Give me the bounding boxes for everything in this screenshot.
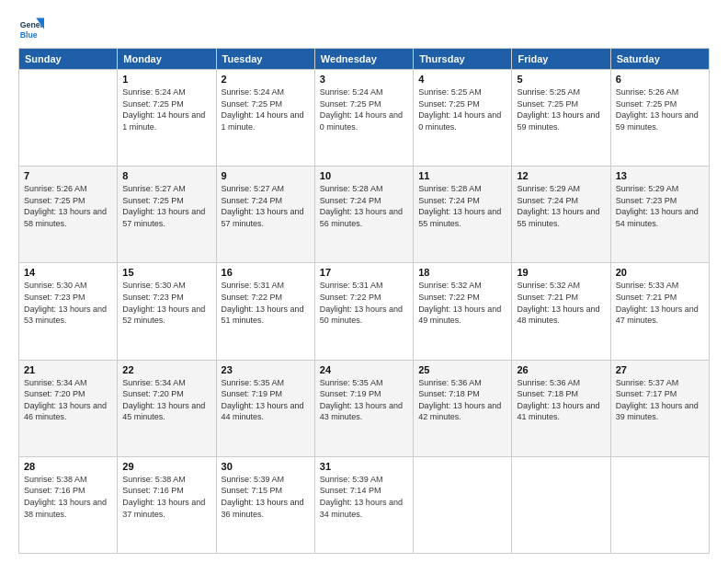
day-number: 26: [517, 364, 605, 375]
calendar-cell: 11Sunrise: 5:28 AMSunset: 7:24 PMDayligh…: [414, 167, 512, 263]
calendar-cell: 17Sunrise: 5:31 AMSunset: 7:22 PMDayligh…: [314, 263, 413, 360]
calendar-cell: 9Sunrise: 5:27 AMSunset: 7:24 PMDaylight…: [216, 167, 314, 263]
weekday-header-tuesday: Tuesday: [216, 49, 314, 70]
calendar-cell: 10Sunrise: 5:28 AMSunset: 7:24 PMDayligh…: [314, 167, 413, 263]
cell-info: Sunrise: 5:25 AMSunset: 7:25 PMDaylight:…: [517, 86, 605, 132]
week-row-5: 28Sunrise: 5:38 AMSunset: 7:16 PMDayligh…: [19, 456, 710, 553]
cell-info: Sunrise: 5:38 AMSunset: 7:16 PMDaylight:…: [24, 474, 112, 520]
calendar-cell: [19, 70, 118, 167]
calendar-cell: [414, 456, 512, 553]
cell-info: Sunrise: 5:39 AMSunset: 7:15 PMDaylight:…: [222, 474, 310, 520]
week-row-1: 1Sunrise: 5:24 AMSunset: 7:25 PMDaylight…: [19, 70, 710, 167]
cell-info: Sunrise: 5:38 AMSunset: 7:16 PMDaylight:…: [122, 474, 210, 520]
day-number: 24: [320, 364, 408, 375]
day-number: 18: [418, 267, 506, 278]
calendar-cell: 6Sunrise: 5:26 AMSunset: 7:25 PMDaylight…: [610, 70, 709, 167]
cell-info: Sunrise: 5:32 AMSunset: 7:21 PMDaylight:…: [517, 280, 605, 326]
logo: General Blue: [18, 15, 48, 40]
day-number: 2: [222, 74, 310, 85]
cell-info: Sunrise: 5:34 AMSunset: 7:20 PMDaylight:…: [24, 377, 112, 423]
day-number: 23: [222, 364, 310, 375]
cell-info: Sunrise: 5:39 AMSunset: 7:14 PMDaylight:…: [320, 474, 408, 520]
cell-info: Sunrise: 5:29 AMSunset: 7:24 PMDaylight:…: [517, 183, 605, 229]
day-number: 9: [222, 170, 310, 181]
calendar-cell: 19Sunrise: 5:32 AMSunset: 7:21 PMDayligh…: [512, 263, 610, 360]
header: General Blue: [18, 15, 710, 40]
calendar-table: SundayMondayTuesdayWednesdayThursdayFrid…: [18, 48, 710, 554]
cell-info: Sunrise: 5:36 AMSunset: 7:18 PMDaylight:…: [517, 377, 605, 423]
calendar-cell: 3Sunrise: 5:24 AMSunset: 7:25 PMDaylight…: [314, 70, 413, 167]
weekday-header-saturday: Saturday: [610, 49, 709, 70]
calendar-cell: 12Sunrise: 5:29 AMSunset: 7:24 PMDayligh…: [512, 167, 610, 263]
day-number: 27: [616, 364, 704, 375]
calendar-cell: 30Sunrise: 5:39 AMSunset: 7:15 PMDayligh…: [216, 456, 314, 553]
cell-info: Sunrise: 5:24 AMSunset: 7:25 PMDaylight:…: [122, 86, 210, 132]
calendar-cell: 21Sunrise: 5:34 AMSunset: 7:20 PMDayligh…: [19, 360, 118, 456]
weekday-header-row: SundayMondayTuesdayWednesdayThursdayFrid…: [19, 49, 710, 70]
calendar-cell: 18Sunrise: 5:32 AMSunset: 7:22 PMDayligh…: [414, 263, 512, 360]
day-number: 4: [418, 74, 506, 85]
week-row-2: 7Sunrise: 5:26 AMSunset: 7:25 PMDaylight…: [19, 167, 710, 263]
cell-info: Sunrise: 5:28 AMSunset: 7:24 PMDaylight:…: [418, 183, 506, 229]
day-number: 22: [122, 364, 210, 375]
day-number: 19: [517, 267, 605, 278]
cell-info: Sunrise: 5:27 AMSunset: 7:24 PMDaylight:…: [222, 183, 310, 229]
calendar-cell: 22Sunrise: 5:34 AMSunset: 7:20 PMDayligh…: [118, 360, 216, 456]
cell-info: Sunrise: 5:36 AMSunset: 7:18 PMDaylight:…: [418, 377, 506, 423]
day-number: 16: [222, 267, 310, 278]
calendar-cell: 7Sunrise: 5:26 AMSunset: 7:25 PMDaylight…: [19, 167, 118, 263]
calendar-cell: 27Sunrise: 5:37 AMSunset: 7:17 PMDayligh…: [610, 360, 709, 456]
cell-info: Sunrise: 5:37 AMSunset: 7:17 PMDaylight:…: [616, 377, 704, 423]
svg-text:Blue: Blue: [20, 30, 38, 40]
cell-info: Sunrise: 5:24 AMSunset: 7:25 PMDaylight:…: [222, 86, 310, 132]
day-number: 21: [24, 364, 112, 375]
calendar-cell: 28Sunrise: 5:38 AMSunset: 7:16 PMDayligh…: [19, 456, 118, 553]
calendar-page: General Blue SundayMondayTuesdayWednesda…: [0, 0, 728, 563]
cell-info: Sunrise: 5:33 AMSunset: 7:21 PMDaylight:…: [616, 280, 704, 326]
weekday-header-monday: Monday: [118, 49, 216, 70]
calendar-cell: [610, 456, 709, 553]
day-number: 14: [24, 267, 112, 278]
cell-info: Sunrise: 5:28 AMSunset: 7:24 PMDaylight:…: [320, 183, 408, 229]
day-number: 31: [320, 461, 408, 472]
cell-info: Sunrise: 5:25 AMSunset: 7:25 PMDaylight:…: [418, 86, 506, 132]
calendar-cell: 14Sunrise: 5:30 AMSunset: 7:23 PMDayligh…: [19, 263, 118, 360]
day-number: 7: [24, 170, 112, 181]
cell-info: Sunrise: 5:26 AMSunset: 7:25 PMDaylight:…: [616, 86, 704, 132]
calendar-cell: [512, 456, 610, 553]
day-number: 11: [418, 170, 506, 181]
calendar-cell: 16Sunrise: 5:31 AMSunset: 7:22 PMDayligh…: [216, 263, 314, 360]
calendar-cell: 13Sunrise: 5:29 AMSunset: 7:23 PMDayligh…: [610, 167, 709, 263]
cell-info: Sunrise: 5:31 AMSunset: 7:22 PMDaylight:…: [320, 280, 408, 326]
week-row-4: 21Sunrise: 5:34 AMSunset: 7:20 PMDayligh…: [19, 360, 710, 456]
day-number: 15: [122, 267, 210, 278]
calendar-cell: 4Sunrise: 5:25 AMSunset: 7:25 PMDaylight…: [414, 70, 512, 167]
cell-info: Sunrise: 5:35 AMSunset: 7:19 PMDaylight:…: [222, 377, 310, 423]
cell-info: Sunrise: 5:32 AMSunset: 7:22 PMDaylight:…: [418, 280, 506, 326]
calendar-cell: 8Sunrise: 5:27 AMSunset: 7:25 PMDaylight…: [118, 167, 216, 263]
calendar-cell: 2Sunrise: 5:24 AMSunset: 7:25 PMDaylight…: [216, 70, 314, 167]
day-number: 28: [24, 461, 112, 472]
day-number: 10: [320, 170, 408, 181]
calendar-cell: 24Sunrise: 5:35 AMSunset: 7:19 PMDayligh…: [314, 360, 413, 456]
calendar-cell: 29Sunrise: 5:38 AMSunset: 7:16 PMDayligh…: [118, 456, 216, 553]
cell-info: Sunrise: 5:35 AMSunset: 7:19 PMDaylight:…: [320, 377, 408, 423]
calendar-cell: 31Sunrise: 5:39 AMSunset: 7:14 PMDayligh…: [314, 456, 413, 553]
day-number: 12: [517, 170, 605, 181]
day-number: 29: [122, 461, 210, 472]
cell-info: Sunrise: 5:24 AMSunset: 7:25 PMDaylight:…: [320, 86, 408, 132]
day-number: 30: [222, 461, 310, 472]
day-number: 13: [616, 170, 704, 181]
day-number: 20: [616, 267, 704, 278]
cell-info: Sunrise: 5:27 AMSunset: 7:25 PMDaylight:…: [122, 183, 210, 229]
weekday-header-friday: Friday: [512, 49, 610, 70]
day-number: 8: [122, 170, 210, 181]
cell-info: Sunrise: 5:31 AMSunset: 7:22 PMDaylight:…: [222, 280, 310, 326]
day-number: 6: [616, 74, 704, 85]
day-number: 17: [320, 267, 408, 278]
calendar-cell: 1Sunrise: 5:24 AMSunset: 7:25 PMDaylight…: [118, 70, 216, 167]
weekday-header-sunday: Sunday: [19, 49, 118, 70]
day-number: 1: [122, 74, 210, 85]
cell-info: Sunrise: 5:26 AMSunset: 7:25 PMDaylight:…: [24, 183, 112, 229]
calendar-cell: 23Sunrise: 5:35 AMSunset: 7:19 PMDayligh…: [216, 360, 314, 456]
